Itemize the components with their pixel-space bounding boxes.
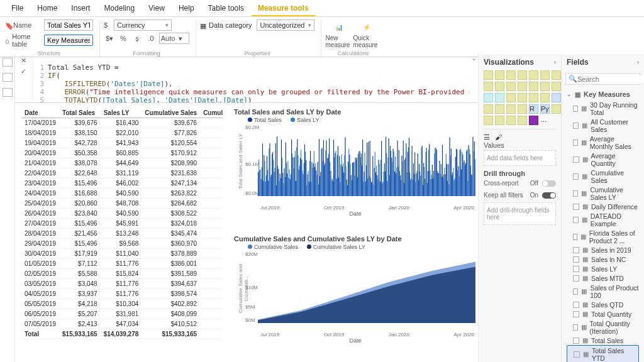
svg-rect-135 <box>355 158 356 196</box>
table-row[interactable]: 07/05/2019$2,413$47,034$410,512$613,244 <box>21 319 223 329</box>
fields-header[interactable]: Fields› <box>562 54 644 70</box>
svg-rect-289 <box>467 150 467 196</box>
svg-rect-82 <box>316 175 317 196</box>
field-item[interactable]: ▦Daily Difference <box>567 202 639 211</box>
field-item[interactable]: ▦Sales MTD <box>567 273 639 283</box>
data-view-button[interactable] <box>3 73 13 82</box>
svg-rect-212 <box>411 178 411 196</box>
table-row[interactable]: 05/05/2019$4,218$10,304$402,892$534,229 <box>21 299 223 309</box>
table-row[interactable]: 20/04/2019$50,358$60,885$170,912$141,268 <box>21 148 223 158</box>
tab-home[interactable]: Home <box>31 1 64 16</box>
svg-rect-25 <box>275 143 276 196</box>
quick-measure-button[interactable]: ⚡Quick measure <box>353 19 380 48</box>
field-item[interactable]: ▦Total Sales YTD <box>567 345 639 362</box>
field-item[interactable]: ▦Cumulative Sales LY <box>567 185 639 202</box>
svg-rect-262 <box>447 181 448 196</box>
values-well[interactable]: Add data fields here <box>484 150 556 166</box>
field-item[interactable]: ▦Total Quantity (Iteration) <box>567 319 639 336</box>
field-item[interactable]: ▦Sales of Product 100 <box>567 283 639 300</box>
field-item[interactable]: ▦Sales QTD <box>567 300 639 309</box>
svg-rect-228 <box>423 185 423 196</box>
tab-help[interactable]: Help <box>172 1 201 16</box>
svg-rect-93 <box>325 163 325 196</box>
format-tab-icon[interactable]: 🖌 <box>495 133 502 141</box>
home-table-select[interactable] <box>44 35 93 46</box>
table-row[interactable]: 23/04/2019$15,496$46,002$247,134$263,038 <box>21 178 223 189</box>
table-row[interactable]: 22/04/2019$22,648$31,119$231,638$217,036 <box>21 168 223 178</box>
model-view-button[interactable] <box>3 88 13 97</box>
field-item[interactable]: ▦Sales LY <box>567 264 639 273</box>
field-item[interactable]: ▦DATEADD Example <box>567 211 639 228</box>
svg-rect-110 <box>337 155 338 196</box>
chart-total-sales[interactable]: Total Sales and Sales LY by Date Total S… <box>233 108 478 230</box>
currency-button[interactable]: $▾ <box>104 33 115 44</box>
table-row[interactable]: 27/04/2019$15,496$45,991$324,018$438,917 <box>21 219 223 229</box>
table-row[interactable]: 28/04/2019$21,456$13,248$345,474$452,165 <box>21 229 223 239</box>
formula-cancel-button[interactable]: ✕ <box>21 57 26 65</box>
visualization-picker[interactable]: RPy … <box>479 70 561 125</box>
table-row[interactable]: 04/05/2019$3,937$11,776$398,574$523,925 <box>21 289 223 299</box>
field-item[interactable]: ▦30 Day Running Total <box>567 100 639 117</box>
tab-measure-tools[interactable]: Measure tools <box>252 1 315 16</box>
keep-filters-toggle[interactable]: Keep all filtersOn <box>479 189 561 201</box>
svg-rect-139 <box>358 154 358 196</box>
data-category-select[interactable]: Uncategorized▾ <box>257 19 314 31</box>
tab-file[interactable]: File <box>5 1 30 16</box>
table-row[interactable]: 25/04/2019$20,860$48,708$284,682$352,336 <box>21 199 223 209</box>
table-row[interactable]: 30/04/2019$17,919$11,040$378,889$472,773 <box>21 249 223 259</box>
svg-rect-202 <box>404 183 404 196</box>
new-measure-button[interactable]: 📊New measure <box>325 19 353 48</box>
field-item[interactable]: ▦All Customer Sales <box>567 117 639 134</box>
format-analytics-tabs[interactable]: ☰ 🖌 <box>479 133 561 141</box>
table-row[interactable]: 06/05/2019$5,207$31,981$408,099$566,210 <box>21 309 223 319</box>
svg-rect-145 <box>362 140 363 196</box>
drill-through-well[interactable]: Add drill-through fields here <box>484 202 556 225</box>
field-item[interactable]: ▦Average Monthly Sales <box>567 134 639 151</box>
tab-view[interactable]: View <box>142 1 171 16</box>
formula-expand-button[interactable]: ⌄ <box>469 54 478 102</box>
tab-table-tools[interactable]: Table tools <box>202 1 250 16</box>
thousands-button[interactable]: ș <box>131 33 143 44</box>
report-view-button[interactable] <box>3 58 13 67</box>
format-select[interactable]: Currency▾ <box>114 19 172 31</box>
table-row[interactable]: 26/04/2019$23,840$40,590$308,522$392,926 <box>21 209 223 219</box>
svg-rect-273 <box>455 157 456 196</box>
tab-insert[interactable]: Insert <box>65 1 96 16</box>
formula-commit-button[interactable]: ✓ <box>21 67 26 75</box>
svg-rect-142 <box>360 157 361 196</box>
table-visual[interactable]: DateTotal SalesSales LYCumulative SalesC… <box>21 108 223 357</box>
table-row[interactable]: 18/04/2019$38,150$22,010$77,826$38,440 <box>21 128 223 138</box>
field-item[interactable]: ▦Florida Sales of Product 2 ... <box>567 228 639 245</box>
table-row[interactable]: 21/04/2019$38,078$44,649$208,990$185,917 <box>21 158 223 168</box>
field-item[interactable]: ▦Cumulative Sales <box>567 168 639 185</box>
visualizations-header[interactable]: Visualizations› <box>479 54 561 70</box>
fields-tab-icon[interactable]: ☰ <box>484 133 490 141</box>
cross-report-toggle[interactable]: Cross-reportOff <box>479 177 561 189</box>
table-row[interactable]: 17/04/2019$39,676$16,430$39,676$16,430 <box>21 118 223 128</box>
percent-button[interactable]: % <box>118 33 129 44</box>
table-row[interactable]: 02/05/2019$5,588$15,824$391,589$500,373 <box>21 269 223 279</box>
svg-rect-32 <box>280 178 281 196</box>
table-row[interactable]: 24/04/2019$16,688$40,590$263,822$303,628 <box>21 189 223 199</box>
svg-rect-27 <box>277 136 277 196</box>
svg-rect-138 <box>357 177 358 196</box>
fields-search[interactable]: 🔍 <box>565 73 640 85</box>
field-item[interactable]: ▦Sales in NC <box>567 255 639 264</box>
chart-cumulative[interactable]: Cumulative Sales and Cumulative Sales LY… <box>233 235 478 357</box>
field-item[interactable]: ▦Total Quantity <box>567 309 639 319</box>
formula-editor[interactable]: 1Total Sales YTD = 2IF( 3 ISFILTERED('Da… <box>33 54 469 102</box>
field-item[interactable]: ▦Sales in 2019 <box>567 245 639 255</box>
measure-name-input[interactable] <box>44 19 93 31</box>
decimals-select[interactable]: Auto▾ <box>159 33 189 44</box>
svg-rect-37 <box>284 168 285 196</box>
field-item[interactable]: ▦Average Quantity <box>567 151 639 168</box>
table-row[interactable]: 29/04/2019$15,496$9,568$360,970$461,733 <box>21 239 223 249</box>
table-row[interactable]: 19/04/2019$42,728$41,943$120,554$80,383 <box>21 138 223 148</box>
table-row[interactable]: 01/05/2019$7,112$11,776$386,001$484,549 <box>21 259 223 269</box>
fields-search-input[interactable] <box>577 75 644 83</box>
field-item[interactable]: ▦Total Sales <box>567 336 639 345</box>
table-row[interactable]: 03/05/2019$3,048$11,776$394,637$512,149 <box>21 279 223 289</box>
svg-rect-214 <box>413 180 413 196</box>
tab-modeling[interactable]: Modeling <box>97 1 141 16</box>
fields-group-key-measures[interactable]: ⌄▦Key Measures <box>567 89 639 100</box>
